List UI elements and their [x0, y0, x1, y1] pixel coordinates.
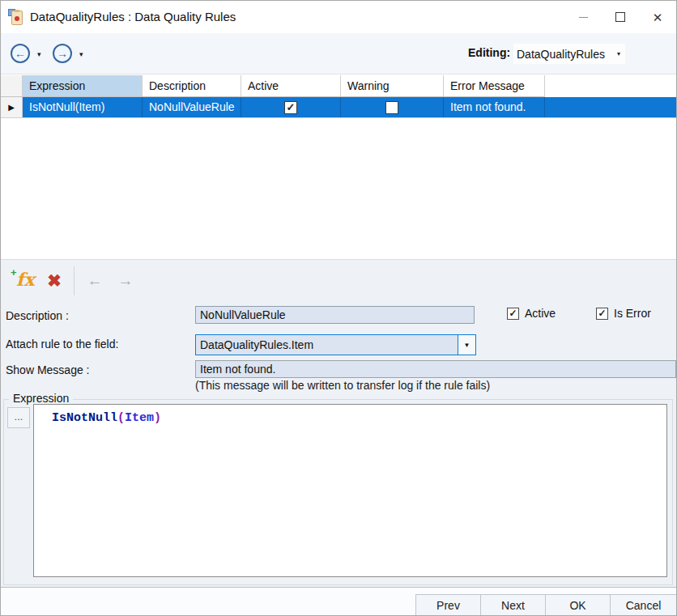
- maximize-button[interactable]: [602, 1, 639, 33]
- show-message-field[interactable]: Item not found.: [195, 360, 676, 378]
- app-icon: [8, 8, 26, 26]
- description-label: Description :: [6, 309, 69, 322]
- column-header-expression[interactable]: Expression: [23, 75, 143, 97]
- is-error-checkbox-label: Is Error: [614, 307, 651, 320]
- show-message-helper-text: (This message will be written to transfe…: [195, 379, 490, 392]
- cell-error-message[interactable]: Item not found.: [444, 97, 545, 117]
- warning-checkbox[interactable]: [385, 101, 398, 114]
- editing-combobox[interactable]: DataQualityRules ▾: [513, 44, 625, 64]
- row-indicator-icon: ▶: [8, 103, 15, 112]
- back-icon: ←: [15, 48, 26, 59]
- attach-field-value: DataQualityRules.Item: [196, 335, 458, 355]
- back-dropdown-caret[interactable]: ▾: [37, 50, 41, 58]
- active-checkbox-label: Active: [525, 307, 556, 320]
- expression-builder-button[interactable]: ...: [7, 407, 30, 428]
- active-check-icon: ✓: [507, 308, 519, 320]
- forward-dropdown-caret[interactable]: ▾: [79, 50, 83, 58]
- attach-field-combobox[interactable]: DataQualityRules.Item ▼: [195, 334, 476, 355]
- toolbar-separator: [74, 266, 75, 295]
- window-controls: ✕: [564, 1, 676, 33]
- dropdown-icon: ▼: [464, 342, 470, 349]
- titlebar: DataQualityRules : Data Quality Rules ✕: [1, 1, 676, 33]
- right-arrow-icon: →: [118, 272, 134, 290]
- table-row[interactable]: ▶ IsNotNull(Item) NoNullValueRule ✓ Item…: [1, 97, 676, 118]
- expression-editor[interactable]: IsNotNull(Item): [33, 404, 667, 577]
- delete-icon: ✖: [47, 271, 62, 291]
- window-title: DataQualityRules : Data Quality Rules: [30, 1, 236, 33]
- cell-warning: [341, 97, 444, 117]
- cell-active: ✓: [241, 97, 341, 117]
- forward-button[interactable]: →: [53, 44, 72, 63]
- active-checkbox-field[interactable]: ✓ Active: [507, 307, 556, 320]
- column-header-active[interactable]: Active: [241, 75, 341, 97]
- minimize-button[interactable]: [564, 1, 602, 33]
- maximize-icon: [615, 12, 625, 22]
- grid-corner-cell: [1, 75, 23, 97]
- delete-rule-button[interactable]: ✖: [43, 270, 66, 292]
- plus-icon: +: [11, 266, 17, 278]
- editing-dropdown-icon: ▾: [617, 50, 625, 57]
- expression-function-token: IsNotNull: [52, 411, 117, 425]
- row-selector-cell: ▶: [1, 97, 23, 117]
- expression-open-paren-token: (: [117, 411, 125, 425]
- expression-groupbox: Expression ... IsNotNull(Item): [3, 399, 673, 585]
- rule-editor-panel: fx + ✖ ← → Description : NoNullValueRule…: [1, 259, 676, 615]
- prev-button[interactable]: Prev: [415, 594, 481, 616]
- description-field[interactable]: NoNullValueRule: [195, 306, 475, 324]
- minimize-icon: [579, 17, 588, 18]
- rules-grid: Expression Description Active Warning Er…: [1, 75, 676, 259]
- check-icon: ✓: [287, 102, 296, 113]
- show-message-label: Show Message :: [6, 363, 90, 376]
- red-dot-icon: [15, 16, 19, 21]
- ellipsis-icon: ...: [15, 411, 23, 422]
- left-arrow-icon: ←: [87, 272, 103, 290]
- editing-combobox-value: DataQualityRules: [513, 48, 617, 61]
- column-header-warning[interactable]: Warning: [341, 75, 444, 97]
- next-rule-button[interactable]: →: [114, 270, 137, 292]
- close-button[interactable]: ✕: [639, 1, 676, 33]
- attach-rule-label: Attach rule to the field:: [6, 338, 118, 350]
- ok-button[interactable]: OK: [545, 594, 611, 616]
- cell-description[interactable]: NoNullValueRule: [143, 97, 241, 117]
- expression-argument-token: Item: [125, 411, 154, 425]
- expression-group-label: Expression: [9, 392, 73, 405]
- expression-code-line: IsNotNull(Item): [34, 405, 666, 425]
- expression-close-paren-token: ): [154, 411, 161, 425]
- editing-label: Editing:: [468, 46, 510, 59]
- rule-toolbar: fx + ✖ ← →: [1, 263, 676, 299]
- column-header-description[interactable]: Description: [143, 75, 241, 97]
- close-icon: ✕: [653, 11, 663, 23]
- cancel-button[interactable]: Cancel: [610, 594, 677, 616]
- nav-toolbar: ← ▾ → ▾ Editing: DataQualityRules ▾: [1, 33, 676, 74]
- is-error-check-icon: ✓: [596, 308, 608, 320]
- dialog-window: DataQualityRules : Data Quality Rules ✕ …: [0, 0, 677, 616]
- next-button[interactable]: Next: [480, 594, 546, 616]
- add-rule-button[interactable]: fx +: [11, 268, 36, 294]
- attach-dropdown-button[interactable]: ▼: [458, 335, 475, 355]
- fx-icon: fx: [16, 270, 35, 288]
- cell-expression[interactable]: IsNotNull(Item): [23, 97, 143, 117]
- back-button[interactable]: ←: [11, 44, 30, 63]
- grid-header-row: Expression Description Active Warning Er…: [1, 75, 676, 97]
- is-error-checkbox-field[interactable]: ✓ Is Error: [596, 307, 651, 320]
- column-header-error-message[interactable]: Error Message: [444, 75, 545, 97]
- clipboard-clip: [15, 10, 19, 12]
- active-checkbox[interactable]: ✓: [284, 101, 297, 114]
- forward-icon: →: [57, 48, 68, 59]
- previous-rule-button[interactable]: ←: [83, 270, 106, 292]
